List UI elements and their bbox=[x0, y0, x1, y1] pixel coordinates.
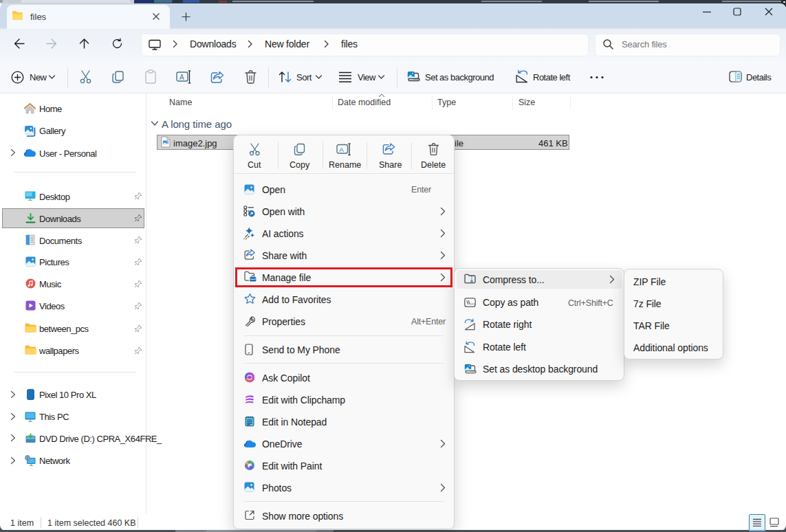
svg-text:A: A bbox=[340, 146, 345, 153]
svg-text:A: A bbox=[179, 74, 184, 81]
